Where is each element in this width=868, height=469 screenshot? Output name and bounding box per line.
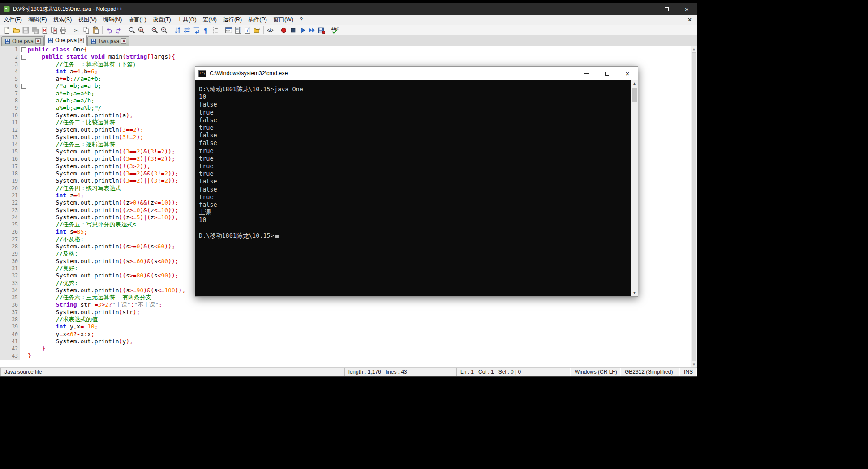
record-macro-icon[interactable] bbox=[279, 26, 288, 35]
document-map-icon[interactable] bbox=[233, 26, 243, 35]
cut-icon[interactable]: ✂ bbox=[72, 26, 82, 35]
line-number[interactable]: 33 bbox=[0, 280, 20, 287]
menu-item-11[interactable]: 窗口(W) bbox=[270, 15, 296, 25]
copy-icon[interactable] bbox=[82, 26, 91, 35]
line-number[interactable]: 31 bbox=[0, 265, 20, 272]
line-number[interactable]: 43 bbox=[0, 352, 20, 359]
line-number[interactable]: 8 bbox=[0, 97, 20, 104]
close-file-icon[interactable] bbox=[40, 26, 49, 35]
line-number[interactable]: 2 bbox=[0, 53, 20, 60]
editor-scrollbar-thumb[interactable] bbox=[692, 52, 696, 361]
line-number[interactable]: 40 bbox=[0, 331, 20, 338]
minimize-button[interactable] bbox=[576, 67, 597, 80]
scroll-down-icon[interactable]: ▼ bbox=[691, 362, 697, 367]
menu-item-6[interactable]: 设置(T) bbox=[150, 15, 174, 25]
print-icon[interactable] bbox=[59, 26, 68, 35]
line-number[interactable]: 14 bbox=[0, 141, 20, 148]
save-macro-icon[interactable] bbox=[317, 26, 326, 35]
line-number[interactable]: 28 bbox=[0, 243, 20, 250]
menu-item-5[interactable]: 语言(L) bbox=[125, 15, 149, 25]
close-button[interactable]: × bbox=[617, 67, 638, 80]
line-number[interactable]: 32 bbox=[0, 272, 20, 279]
menu-item-12[interactable]: ? bbox=[296, 15, 306, 24]
cmd-scrollbar[interactable]: ▲ ▼ bbox=[631, 80, 638, 296]
fold-toggle[interactable] bbox=[20, 82, 28, 90]
editor-scrollbar[interactable]: ▲ ▼ bbox=[691, 46, 697, 367]
line-number[interactable]: 7 bbox=[0, 90, 20, 97]
menu-item-1[interactable]: 编辑(E) bbox=[25, 15, 50, 25]
save-all-icon[interactable] bbox=[30, 26, 40, 35]
line-number[interactable]: 12 bbox=[0, 126, 20, 133]
play-macro-icon[interactable] bbox=[298, 26, 307, 35]
show-all-characters-icon[interactable]: ¶ bbox=[201, 26, 211, 35]
menu-item-10[interactable]: 插件(P) bbox=[245, 15, 270, 25]
maximize-button[interactable] bbox=[657, 3, 677, 15]
tab-1-One.java[interactable]: One.java× bbox=[44, 35, 87, 46]
fold-toggle[interactable] bbox=[20, 46, 28, 53]
line-number[interactable]: 4 bbox=[0, 68, 20, 75]
minimize-button[interactable] bbox=[636, 3, 657, 15]
cmd-scrollbar-thumb[interactable] bbox=[632, 88, 637, 102]
line-number[interactable]: 20 bbox=[0, 185, 20, 192]
line-number[interactable]: 25 bbox=[0, 221, 20, 228]
zoom-out-icon[interactable] bbox=[159, 26, 169, 35]
line-number[interactable]: 21 bbox=[0, 192, 20, 199]
line-number[interactable]: 26 bbox=[0, 228, 20, 235]
sync-vertical-icon[interactable] bbox=[173, 26, 182, 35]
indent-guide-icon[interactable] bbox=[211, 26, 220, 35]
close-all-icon[interactable] bbox=[49, 26, 59, 35]
paste-icon[interactable] bbox=[91, 26, 100, 35]
line-number[interactable]: 19 bbox=[0, 177, 20, 184]
line-number[interactable]: 29 bbox=[0, 250, 20, 257]
cmd-console[interactable]: D:\移动1801陈龙\10.15>java One10falsetruefal… bbox=[195, 80, 638, 296]
menu-item-0[interactable]: 文件(F) bbox=[0, 15, 25, 25]
folder-workspace-icon[interactable] bbox=[252, 26, 262, 35]
save-file-icon[interactable] bbox=[21, 26, 30, 35]
line-number[interactable]: 3 bbox=[0, 61, 20, 68]
line-number[interactable]: 6 bbox=[0, 82, 20, 90]
cmd-scroll-up-icon[interactable]: ▲ bbox=[631, 80, 638, 87]
user-dialog-icon[interactable] bbox=[224, 26, 233, 35]
redo-icon[interactable] bbox=[114, 26, 123, 35]
line-number[interactable]: 15 bbox=[0, 148, 20, 155]
close-button[interactable]: × bbox=[677, 3, 697, 15]
line-number[interactable]: 38 bbox=[0, 316, 20, 323]
tab-close-icon[interactable]: × bbox=[78, 38, 84, 43]
line-number[interactable]: 36 bbox=[0, 301, 20, 308]
line-number[interactable]: 37 bbox=[0, 309, 20, 316]
word-wrap-icon[interactable] bbox=[192, 26, 201, 35]
menu-item-7[interactable]: 工具(O) bbox=[174, 15, 200, 25]
tab-close-icon[interactable]: × bbox=[121, 38, 126, 44]
zoom-in-icon[interactable] bbox=[150, 26, 159, 35]
menubar-close-icon[interactable]: × bbox=[683, 16, 697, 23]
line-number[interactable]: 42 bbox=[0, 345, 20, 352]
line-number[interactable]: 13 bbox=[0, 134, 20, 141]
sync-horizontal-icon[interactable] bbox=[182, 26, 192, 35]
line-number[interactable]: 24 bbox=[0, 214, 20, 221]
replace-icon[interactable]: ab bbox=[137, 26, 146, 35]
line-number[interactable]: 39 bbox=[0, 323, 20, 330]
menu-item-3[interactable]: 视图(V) bbox=[75, 15, 100, 25]
line-number[interactable]: 22 bbox=[0, 199, 20, 206]
line-number[interactable]: 9 bbox=[0, 104, 20, 111]
line-number[interactable]: 1 bbox=[0, 46, 20, 53]
line-number[interactable]: 27 bbox=[0, 236, 20, 243]
spell-check-icon[interactable]: ABC bbox=[330, 26, 339, 35]
menu-item-2[interactable]: 搜索(S) bbox=[50, 15, 75, 25]
cmd-scroll-down-icon[interactable]: ▼ bbox=[631, 290, 638, 296]
run-macro-multiple-icon[interactable] bbox=[307, 26, 317, 35]
line-number[interactable]: 5 bbox=[0, 75, 20, 82]
tab-0-One.java[interactable]: One.java× bbox=[1, 36, 44, 46]
monitoring-icon[interactable] bbox=[266, 26, 275, 35]
open-file-icon[interactable] bbox=[12, 26, 21, 35]
menu-item-4[interactable]: 编码(N) bbox=[100, 15, 125, 25]
line-number[interactable]: 30 bbox=[0, 258, 20, 265]
line-number[interactable]: 23 bbox=[0, 207, 20, 214]
line-number[interactable]: 17 bbox=[0, 163, 20, 170]
line-number[interactable]: 34 bbox=[0, 287, 20, 294]
undo-icon[interactable] bbox=[104, 26, 114, 35]
line-number[interactable]: 41 bbox=[0, 338, 20, 345]
tab-2-Two.java[interactable]: Two.java× bbox=[87, 36, 129, 46]
find-icon[interactable] bbox=[127, 26, 137, 35]
function-list-icon[interactable]: f bbox=[243, 26, 252, 35]
